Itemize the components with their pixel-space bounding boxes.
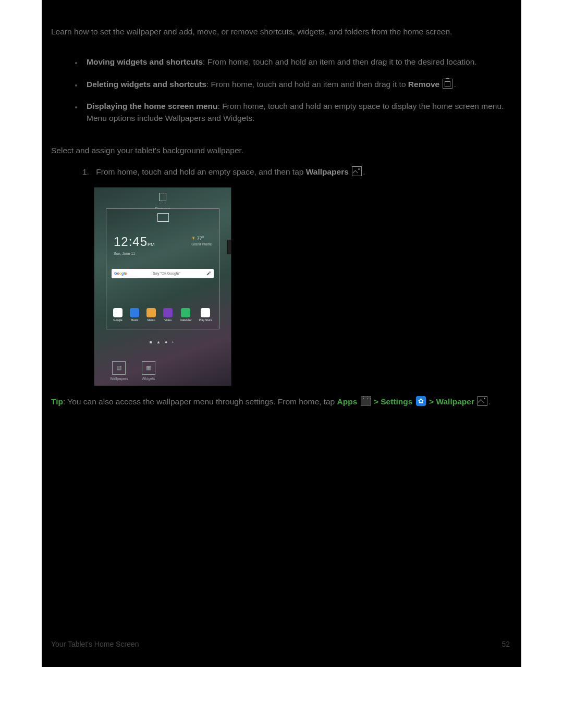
wallpapers-label: Wallpapers (306, 167, 349, 176)
operations-list: Moving widgets and shortcuts: From home,… (51, 56, 510, 124)
document-page: Learn how to set the wallpaper and add, … (42, 0, 521, 667)
ss-pm: PM (148, 242, 155, 247)
wallpaper-intro: Select and assign your tablet's backgrou… (51, 145, 510, 156)
bullet-title: Displaying the home screen menu (87, 102, 218, 110)
ss-temp: 77° (197, 236, 204, 241)
app-playstore: Play Store (199, 308, 212, 323)
ss-home-icon (157, 213, 169, 222)
ss-bottom-options: ▧ Wallpapers ▦ Widgets (94, 361, 231, 381)
ss-trash-icon (159, 193, 166, 201)
wallpaper-icon (478, 396, 487, 406)
period: . (488, 397, 491, 406)
bullet-deleting: Deleting widgets and shortcuts: From hom… (82, 79, 510, 90)
settings-label: Settings (381, 397, 412, 406)
bullet-text: : From home, touch and hold an item and … (206, 80, 408, 89)
apps-icon (361, 396, 371, 406)
ss-clock-widget: 12:45PM Sun, June 11 (114, 233, 155, 256)
step-text: From home, touch and hold an empty space… (96, 167, 305, 176)
ss-weather-widget: ☀ 77° Grand Prairie (191, 235, 212, 246)
settings-icon (416, 396, 426, 406)
widgets-box-icon: ▦ (142, 361, 155, 375)
sep: > (374, 397, 381, 406)
google-logo: Google (114, 271, 127, 276)
bullet-menu: Displaying the home screen menu: From ho… (82, 101, 510, 124)
ss-home-preview: 12:45PM Sun, June 11 ☀ 77° Grand Prairie… (106, 208, 219, 329)
wallpaper-label: Wallpaper (436, 397, 474, 406)
ss-city: Grand Prairie (191, 242, 212, 246)
tip-label: Tip (51, 397, 63, 406)
step-number: 1. (82, 166, 94, 178)
sun-icon: ☀ (191, 236, 195, 241)
search-hint: Say "Ok Google" (153, 271, 180, 276)
period: . (363, 167, 365, 176)
ss-time: 12:45 (114, 235, 148, 249)
ss-google-search: Google Say "Ok Google" 🎤 (112, 269, 214, 278)
sep: > (429, 397, 436, 406)
remove-label: Remove (408, 80, 439, 89)
ss-app-row: Google Music Memo Video Calendar Play St… (106, 308, 219, 323)
apps-label: Apps (337, 397, 358, 406)
ss-opt-widgets: ▦ Widgets (142, 361, 155, 381)
app-google: Google (113, 308, 123, 323)
app-memo: Memo (146, 308, 156, 323)
app-video: Video (163, 308, 173, 323)
ss-date: Sun, June 11 (114, 251, 155, 256)
ss-side-handle (227, 240, 231, 254)
wallpapers-box-icon: ▧ (112, 361, 126, 375)
bullet-title: Moving widgets and shortcuts (87, 57, 203, 66)
period: . (454, 80, 456, 89)
tip-paragraph: Tip: You can also access the wallpaper m… (51, 396, 510, 409)
tip-text-a: : You can also access the wallpaper menu… (63, 397, 337, 406)
ss-page-indicator: ■ ▲ ● + (94, 339, 231, 346)
trash-icon (443, 79, 452, 89)
step-1: 1. From home, touch and hold an empty sp… (51, 166, 510, 178)
bullet-title: Deleting widgets and shortcuts (87, 80, 206, 89)
content-area: Learn how to set the wallpaper and add, … (42, 26, 521, 409)
footer-section-title: Your Tablet's Home Screen (51, 640, 139, 648)
image-icon (352, 166, 362, 176)
bullet-text: : From home, touch and hold an item and … (203, 57, 477, 66)
app-music: Music (130, 308, 139, 323)
page-footer: Your Tablet's Home Screen 52 (51, 640, 510, 648)
tablet-screenshot: Remove 12:45PM Sun, June 11 ☀ 77° Grand … (94, 187, 231, 386)
bullet-moving: Moving widgets and shortcuts: From home,… (82, 56, 510, 68)
mic-icon: 🎤 (206, 271, 211, 276)
app-calendar: Calendar (180, 308, 191, 323)
ss-opt-wallpapers: ▧ Wallpapers (110, 361, 128, 381)
footer-page-number: 52 (501, 640, 510, 648)
intro-paragraph: Learn how to set the wallpaper and add, … (51, 26, 510, 38)
